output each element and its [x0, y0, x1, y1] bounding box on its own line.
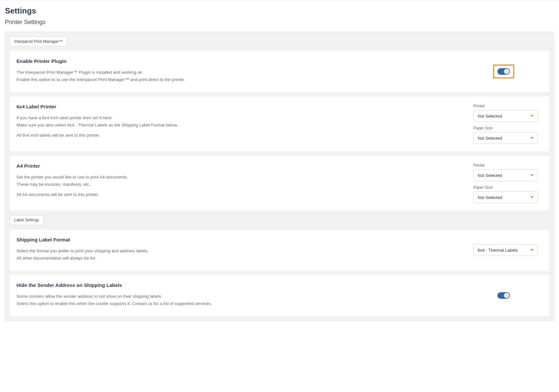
- shipping-format-title: Shipping Label Format: [16, 237, 467, 242]
- page-subtitle: Printer Settings: [5, 19, 554, 26]
- shipping-format-desc-1: Select the format you prefer to print yo…: [16, 248, 467, 254]
- a4-paper-label: Paper Size: [473, 185, 543, 190]
- shipping-format-select[interactable]: 6x4 - Thermal Labels: [473, 244, 538, 256]
- shipping-format-desc-2: All other documentation will always be A…: [16, 255, 467, 262]
- hide-sender-title: Hide the Sender Address on Shipping Labe…: [16, 282, 467, 288]
- 6x4-desc-2: Make sure you also select 6x4 - Thermal …: [16, 122, 467, 128]
- card-6x4-printer: 6x4 Label Printer If you have a 6x4 inch…: [10, 97, 549, 151]
- card-enable-plugin: Enable Printer Plugin The Interparcel Pr…: [10, 51, 549, 92]
- card-a4-printer: A4 Printer Set the printer you would lik…: [10, 156, 549, 210]
- card-shipping-format: Shipping Label Format Select the format …: [10, 230, 549, 270]
- caret-down-icon: [530, 196, 534, 198]
- enable-plugin-desc-1: The Interparcel Print Manager™ Plugin is…: [16, 69, 467, 76]
- enable-plugin-toggle[interactable]: [497, 68, 510, 75]
- hide-sender-desc-2: Select this option to enable this when t…: [16, 300, 467, 307]
- 6x4-printer-title: 6x4 Label Printer: [16, 104, 467, 109]
- page-title: Settings: [5, 6, 554, 15]
- a4-desc-2: These may be invoices, manifests, etc.: [16, 181, 467, 188]
- caret-down-icon: [530, 137, 534, 139]
- a4-printer-select[interactable]: Not Selected: [473, 169, 538, 181]
- a4-printer-label: Printer: [473, 163, 543, 168]
- enable-plugin-title: Enable Printer Plugin: [16, 58, 467, 64]
- a4-desc-1: Set the printer you would like to use to…: [16, 174, 467, 181]
- 6x4-printer-select[interactable]: Not Selected: [473, 110, 538, 122]
- 6x4-desc-3: All 6x4 inch labels will be sent to this…: [16, 132, 467, 139]
- highlight-box: [493, 65, 514, 78]
- hide-sender-desc-1: Some couriers allow the sender address t…: [16, 293, 467, 300]
- a4-desc-3: All A4 documents will be sent to this pr…: [16, 191, 467, 198]
- section-tag-label-settings: Label Settings: [10, 215, 44, 225]
- enable-plugin-desc-2: Enable this option to to use the Interpa…: [16, 76, 467, 83]
- settings-panel: Interparcel Print Manager™ Enable Printe…: [5, 32, 554, 321]
- caret-down-icon: [530, 249, 534, 251]
- 6x4-printer-label: Printer: [473, 104, 543, 108]
- caret-down-icon: [530, 174, 534, 176]
- section-tag-print-manager: Interparcel Print Manager™: [10, 37, 67, 46]
- a4-paper-select[interactable]: Not Selected: [473, 191, 538, 203]
- settings-page: Settings Printer Settings Interparcel Pr…: [0, 0, 559, 331]
- card-hide-sender: Hide the Sender Address on Shipping Labe…: [10, 275, 549, 316]
- 6x4-paper-label: Paper Size: [473, 126, 543, 130]
- a4-printer-title: A4 Printer: [16, 163, 467, 169]
- 6x4-paper-select[interactable]: Not Selected: [473, 132, 538, 144]
- 6x4-desc-1: If you have a 6x4 inch label printer the…: [16, 115, 467, 121]
- caret-down-icon: [530, 115, 534, 117]
- hide-sender-toggle[interactable]: [497, 292, 510, 299]
